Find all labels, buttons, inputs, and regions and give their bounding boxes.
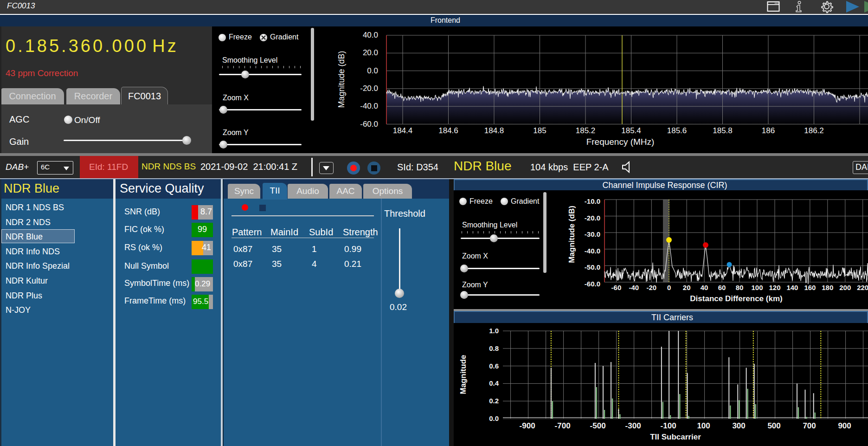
svg-text:40.0: 40.0 bbox=[363, 31, 378, 39]
svg-text:700: 700 bbox=[803, 421, 816, 430]
svg-text:186: 186 bbox=[762, 126, 775, 135]
svg-text:0.0: 0.0 bbox=[489, 414, 499, 422]
svg-text:-20: -20 bbox=[646, 284, 656, 291]
svg-text:20: 20 bbox=[683, 284, 691, 291]
svg-text:Magnitude (dB): Magnitude (dB) bbox=[567, 206, 576, 263]
svg-text:184.4: 184.4 bbox=[393, 126, 413, 135]
svg-text:100: 100 bbox=[751, 284, 763, 291]
svg-text:-40.0: -40.0 bbox=[360, 102, 378, 110]
svg-text:0.4: 0.4 bbox=[489, 379, 499, 387]
svg-text:0.8: 0.8 bbox=[489, 344, 499, 352]
svg-text:185.4: 185.4 bbox=[621, 126, 641, 135]
svg-text:-700: -700 bbox=[555, 421, 571, 430]
svg-text:TII Subcarrier: TII Subcarrier bbox=[650, 433, 701, 441]
svg-text:185.2: 185.2 bbox=[576, 126, 596, 135]
svg-text:Magnitude: Magnitude bbox=[459, 355, 468, 394]
svg-text:186.2: 186.2 bbox=[804, 126, 824, 135]
svg-text:-40: -40 bbox=[629, 284, 639, 291]
svg-text:-60.0: -60.0 bbox=[585, 280, 600, 288]
svg-text:900: 900 bbox=[838, 421, 851, 430]
svg-text:-40.0: -40.0 bbox=[585, 247, 600, 255]
svg-text:60: 60 bbox=[718, 284, 726, 291]
svg-text:-60.0: -60.0 bbox=[360, 120, 378, 129]
svg-text:120: 120 bbox=[769, 284, 780, 291]
svg-text:80: 80 bbox=[736, 284, 744, 291]
svg-text:-30.0: -30.0 bbox=[585, 230, 600, 238]
svg-text:-100: -100 bbox=[661, 421, 676, 430]
svg-text:184.6: 184.6 bbox=[438, 126, 458, 135]
svg-text:-60: -60 bbox=[611, 284, 622, 291]
svg-text:Magnitude (dB): Magnitude (dB) bbox=[337, 51, 346, 108]
svg-text:-500: -500 bbox=[590, 421, 606, 430]
svg-text:200: 200 bbox=[839, 284, 851, 291]
svg-text:0.2: 0.2 bbox=[489, 397, 499, 405]
svg-text:500: 500 bbox=[767, 421, 780, 430]
svg-text:185.8: 185.8 bbox=[713, 126, 733, 135]
svg-text:185: 185 bbox=[533, 126, 546, 135]
svg-text:140: 140 bbox=[786, 284, 798, 291]
svg-text:Distance Difference (km): Distance Difference (km) bbox=[690, 294, 782, 303]
svg-text:0: 0 bbox=[667, 284, 671, 291]
svg-text:185.6: 185.6 bbox=[667, 126, 687, 135]
svg-text:1.0: 1.0 bbox=[489, 327, 499, 335]
svg-text:20.0: 20.0 bbox=[363, 48, 378, 57]
svg-text:-300: -300 bbox=[625, 421, 641, 430]
svg-text:184.8: 184.8 bbox=[484, 126, 504, 135]
svg-text:180: 180 bbox=[822, 284, 833, 291]
svg-text:0.0: 0.0 bbox=[367, 66, 378, 75]
svg-text:-20.0: -20.0 bbox=[585, 214, 600, 222]
svg-text:0.6: 0.6 bbox=[489, 362, 499, 370]
svg-text:-10.0: -10.0 bbox=[585, 197, 600, 205]
svg-text:-50.0: -50.0 bbox=[585, 263, 600, 271]
svg-text:-900: -900 bbox=[520, 421, 535, 430]
svg-text:40: 40 bbox=[701, 284, 708, 291]
svg-text:220: 220 bbox=[857, 284, 868, 291]
svg-text:100: 100 bbox=[697, 421, 710, 430]
svg-text:300: 300 bbox=[732, 421, 745, 430]
svg-text:Frequency (MHz): Frequency (MHz) bbox=[586, 137, 655, 147]
svg-text:160: 160 bbox=[804, 284, 816, 291]
svg-text:-20.0: -20.0 bbox=[360, 84, 378, 93]
